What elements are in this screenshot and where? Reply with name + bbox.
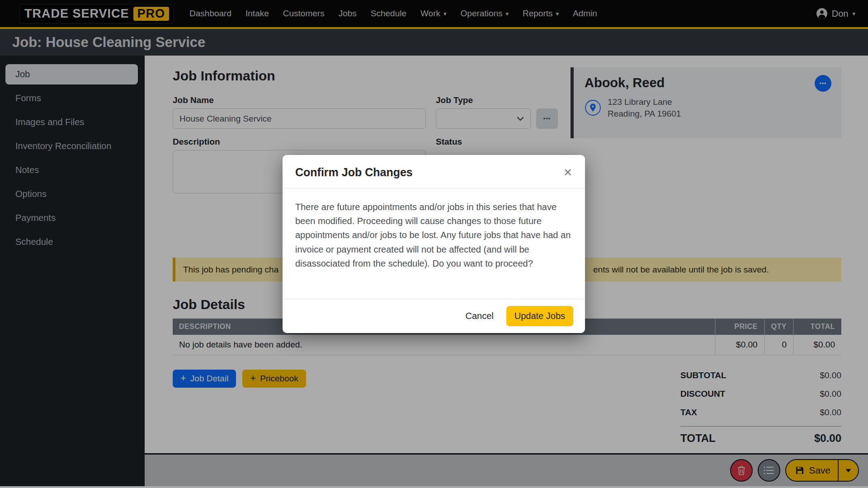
confirm-job-changes-modal: Confirm Job Changes ✕ There are future a… (283, 155, 585, 333)
cancel-button[interactable]: Cancel (465, 311, 493, 321)
update-jobs-button[interactable]: Update Jobs (506, 306, 573, 326)
modal-title: Confirm Job Changes (295, 166, 413, 179)
modal-footer: Cancel Update Jobs (283, 299, 585, 333)
app-root: TRADE SERVICE PRO Dashboard Intake Custo… (0, 0, 868, 488)
modal-body-text: There are future appointments and/or job… (283, 188, 585, 299)
close-icon[interactable]: ✕ (563, 167, 572, 178)
modal-header: Confirm Job Changes ✕ (283, 155, 585, 188)
